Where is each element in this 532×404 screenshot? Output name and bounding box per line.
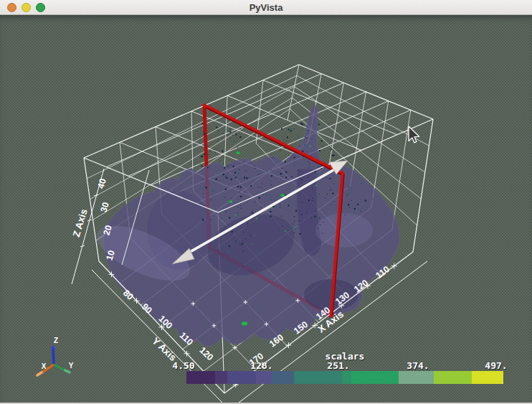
scalar-bar-label-3: 374. (407, 360, 429, 371)
orientation-x-label: X (42, 362, 47, 370)
scalar-bar-label-2: 251. (327, 360, 349, 371)
window-title: PyVista (0, 0, 532, 15)
scalar-bar-label-0: 4.50 (172, 360, 194, 371)
z-tick-30: 30 (98, 201, 110, 213)
mouse-cursor (409, 126, 419, 143)
scalar-bar-label-1: 128. (250, 360, 272, 371)
orientation-axes-widget: Z X Y (37, 337, 74, 375)
z-tick-40: 40 (95, 177, 108, 189)
z-arrow-tip (51, 344, 55, 349)
render-viewport[interactable]: 10 20 30 40 Z Axis 80 90 100 110 120 Y A… (0, 15, 532, 403)
scalar-bar-colormap (186, 371, 503, 384)
z-axis-title: Z Axis (71, 207, 90, 238)
window-titlebar[interactable]: PyVista (0, 0, 532, 15)
scalar-bar-label-4: 497. (485, 360, 507, 371)
y-tick-120: 120 (197, 345, 215, 362)
3d-scene[interactable]: 10 20 30 40 Z Axis 80 90 100 110 120 Y A… (0, 15, 532, 403)
isosurface-mesh (90, 105, 399, 346)
y-axis-title: Y Axis (150, 335, 179, 363)
pyvista-window: PyVista (0, 0, 532, 404)
orientation-z-label: Z (54, 337, 58, 344)
orientation-y-label: Y (69, 362, 74, 370)
